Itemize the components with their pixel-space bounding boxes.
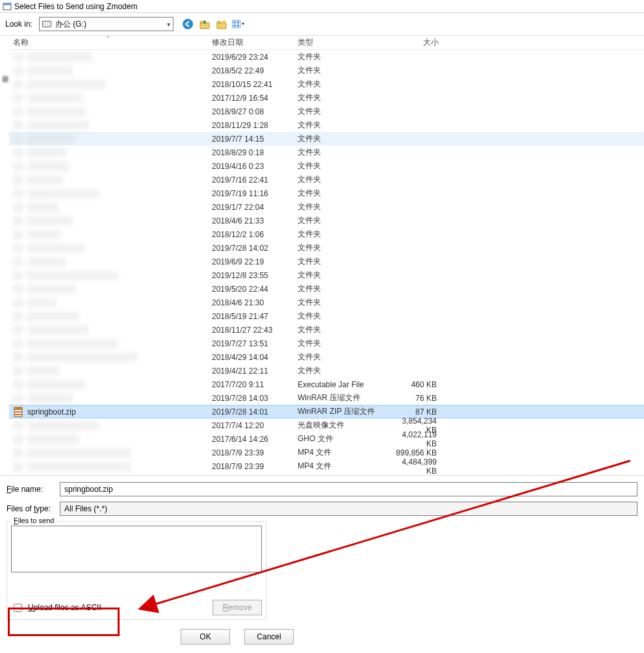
column-name[interactable]: 名称˄ xyxy=(9,36,208,49)
folder-icon xyxy=(13,229,23,240)
file-row[interactable]: 2018/9/27 0:08文件夹 xyxy=(9,105,644,118)
file-date: 2017/7/20 9:11 xyxy=(208,380,294,389)
file-name xyxy=(27,271,118,280)
drive-icon xyxy=(42,21,51,27)
file-row[interactable]: 2019/12/8 23:55文件夹 xyxy=(9,268,644,282)
file-row[interactable]: 2018/5/2 22:49文件夹 xyxy=(9,64,644,77)
file-type: 文件夹 xyxy=(294,297,389,308)
file-row[interactable]: 2019/6/9 22:19文件夹 xyxy=(9,255,644,268)
file-row[interactable]: 2018/5/19 21:47文件夹 xyxy=(9,309,644,323)
places-bar[interactable]: 最近访问 xyxy=(0,36,9,475)
file-date: 2018/11/29 1:28 xyxy=(208,121,294,130)
folder-icon xyxy=(13,175,23,185)
file-name xyxy=(27,121,89,130)
file-date: 2017/6/14 14:26 xyxy=(208,435,294,444)
file-date: 2018/4/6 21:30 xyxy=(208,298,294,307)
file-name xyxy=(27,175,63,185)
file-name xyxy=(27,66,73,75)
folder-icon xyxy=(13,298,23,308)
column-type[interactable]: 类型 xyxy=(294,36,389,49)
file-row[interactable]: 2018/11/27 22:43文件夹 xyxy=(9,323,644,337)
up-one-level-button[interactable] xyxy=(198,18,211,31)
file-type: 文件夹 xyxy=(294,79,389,90)
file-row[interactable]: 2018/4/6 21:33文件夹 xyxy=(9,214,644,227)
file-row[interactable]: 2018/8/29 0:18文件夹 xyxy=(9,146,644,159)
file-row[interactable]: 2019/5/20 22:44文件夹 xyxy=(9,282,644,296)
file-row[interactable]: 2019/1/7 22:04文件夹 xyxy=(9,200,644,214)
files-to-send-list[interactable] xyxy=(11,526,262,572)
file-date: 2019/7/28 14:03 xyxy=(208,394,294,403)
file-size: 4,022,119 KB xyxy=(389,430,443,448)
filename-input[interactable] xyxy=(60,482,638,496)
file-date: 2018/7/9 23:39 xyxy=(208,462,294,471)
file-row[interactable]: 2019/6/29 23:24文件夹 xyxy=(9,50,644,64)
folder-icon xyxy=(13,93,23,103)
column-size[interactable]: 大小 xyxy=(389,36,443,49)
file-type: 文件夹 xyxy=(294,256,389,267)
file-row[interactable]: 2017/7/20 9:11Executable Jar File460 KB xyxy=(9,378,644,391)
file-row[interactable]: 2019/7/7 14:15文件夹 xyxy=(9,132,644,146)
file-row[interactable]: 2019/7/19 11:16文件夹 xyxy=(9,186,644,200)
file-row[interactable]: 2019/7/28 14:03WinRAR 压缩文件76 KB xyxy=(9,391,644,405)
cancel-button[interactable]: Cancel xyxy=(244,629,294,645)
new-folder-button[interactable] xyxy=(215,18,228,31)
file-row[interactable]: 2018/4/29 14:04文件夹 xyxy=(9,350,644,364)
upload-ascii-checkbox[interactable]: Upload files as ASCII xyxy=(11,602,101,614)
folder-icon xyxy=(13,420,23,431)
file-name xyxy=(27,189,99,198)
folder-icon xyxy=(13,147,23,158)
file-name xyxy=(27,339,118,348)
file-row[interactable]: 2018/11/29 1:28文件夹 xyxy=(9,118,644,132)
bottom-panel: File File name:name: Files of type: File… xyxy=(0,475,644,645)
files-to-send-legend: Files to send xyxy=(11,517,57,524)
file-type: 文件夹 xyxy=(294,215,389,226)
file-row[interactable]: 2017/6/14 14:26GHO 文件4,022,119 KB xyxy=(9,432,644,446)
file-name xyxy=(27,394,73,403)
file-date: 2019/4/21 22:11 xyxy=(208,366,294,376)
lookin-value: 办公 (G:) xyxy=(55,19,86,30)
ok-button[interactable]: OK xyxy=(181,629,230,645)
svg-rect-11 xyxy=(234,25,236,27)
svg-rect-14 xyxy=(14,407,22,410)
remove-button[interactable]: Remove xyxy=(213,600,262,615)
folder-icon xyxy=(13,393,23,403)
lookin-select[interactable]: 办公 (G:) ▾ xyxy=(39,17,174,31)
file-date: 2018/12/2 1:06 xyxy=(208,230,294,239)
file-type: 文件夹 xyxy=(294,324,389,335)
file-row-selected[interactable]: springboot.zip2019/7/28 14:01WinRAR ZIP … xyxy=(9,405,644,418)
svg-point-2 xyxy=(183,19,193,29)
file-row[interactable]: 2019/4/16 0:23文件夹 xyxy=(9,159,644,173)
file-row[interactable]: 2017/7/4 12:20光盘映像文件3,854,234 KB xyxy=(9,418,644,432)
file-type: 文件夹 xyxy=(294,160,389,172)
file-date: 2019/7/27 13:51 xyxy=(208,339,294,348)
folder-icon xyxy=(13,461,23,472)
file-name xyxy=(27,326,89,335)
filetype-label: Files of type: xyxy=(6,504,55,513)
file-date: 2018/8/29 0:18 xyxy=(208,148,294,157)
file-name xyxy=(27,107,86,116)
folder-icon xyxy=(13,448,23,458)
folder-icon xyxy=(13,352,23,363)
column-date[interactable]: 修改日期 xyxy=(208,36,294,49)
svg-rect-6 xyxy=(217,21,221,23)
file-date: 2019/7/28 14:02 xyxy=(208,244,294,253)
files-to-send-group: Files to send Upload files as ASCII Remo… xyxy=(6,521,266,620)
svg-rect-1 xyxy=(3,3,11,5)
filetype-select[interactable] xyxy=(60,502,638,516)
upload-ascii-input[interactable] xyxy=(14,604,22,612)
back-button[interactable] xyxy=(181,18,194,31)
file-row[interactable]: 2019/4/21 22:11文件夹 xyxy=(9,364,644,378)
file-row[interactable]: 2018/7/9 23:39MP4 文件899,856 KB xyxy=(9,446,644,459)
file-row[interactable]: 2019/7/27 13:51文件夹 xyxy=(9,337,644,350)
file-row[interactable]: 2018/12/2 1:06文件夹 xyxy=(9,227,644,241)
view-menu-button[interactable] xyxy=(232,18,245,31)
file-row[interactable]: 2017/12/9 16:54文件夹 xyxy=(9,91,644,105)
column-headers[interactable]: 名称˄ 修改日期 类型 大小 xyxy=(9,36,644,50)
file-row[interactable]: 2018/4/6 21:30文件夹 xyxy=(9,296,644,309)
folder-icon xyxy=(13,216,23,226)
file-row[interactable]: 2018/7/9 23:39MP4 文件4,484,399 KB xyxy=(9,459,644,473)
file-row[interactable]: 2019/7/16 22:41文件夹 xyxy=(9,173,644,186)
file-row[interactable]: 2018/10/15 22:41文件夹 xyxy=(9,77,644,91)
file-row[interactable]: 2019/7/28 14:02文件夹 xyxy=(9,241,644,255)
folder-icon xyxy=(13,379,23,390)
